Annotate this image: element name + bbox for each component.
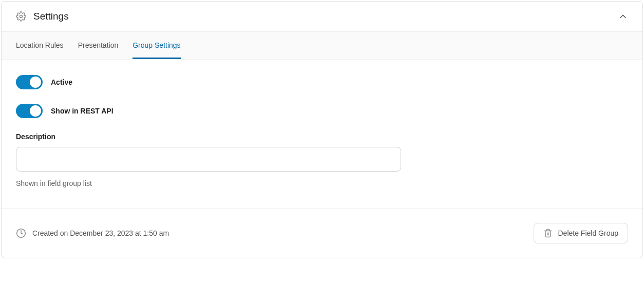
gear-icon	[16, 11, 26, 22]
delete-button-label: Delete Field Group	[558, 229, 618, 237]
created-on-text: Created on December 23, 2023 at 1:50 am	[32, 229, 169, 237]
panel-header-left: Settings	[16, 11, 69, 22]
panel-footer: Created on December 23, 2023 at 1:50 am …	[2, 208, 642, 258]
active-toggle-row: Active	[16, 75, 628, 89]
trash-icon	[543, 229, 553, 238]
active-toggle-label: Active	[51, 78, 72, 86]
rest-api-toggle-label: Show in REST API	[51, 107, 113, 115]
panel-title: Settings	[33, 11, 69, 22]
settings-panel: Settings Location Rules Presentation Gro…	[1, 1, 643, 258]
tab-group-settings[interactable]: Group Settings	[132, 32, 180, 59]
footer-left: Created on December 23, 2023 at 1:50 am	[16, 228, 169, 238]
tab-location-rules[interactable]: Location Rules	[16, 32, 64, 59]
panel-header: Settings	[2, 2, 642, 31]
description-help-text: Shown in field group list	[16, 179, 628, 187]
rest-api-toggle[interactable]	[16, 104, 43, 118]
delete-field-group-button[interactable]: Delete Field Group	[534, 223, 628, 243]
tab-presentation[interactable]: Presentation	[78, 32, 119, 59]
description-label: Description	[16, 132, 628, 141]
tabs-bar: Location Rules Presentation Group Settin…	[2, 31, 642, 60]
rest-api-toggle-row: Show in REST API	[16, 104, 628, 118]
description-input[interactable]	[16, 147, 401, 172]
collapse-toggle[interactable]	[618, 11, 628, 22]
tab-body: Active Show in REST API Description Show…	[2, 60, 642, 208]
svg-point-0	[20, 15, 23, 18]
clock-icon	[16, 228, 26, 238]
active-toggle[interactable]	[16, 75, 43, 89]
